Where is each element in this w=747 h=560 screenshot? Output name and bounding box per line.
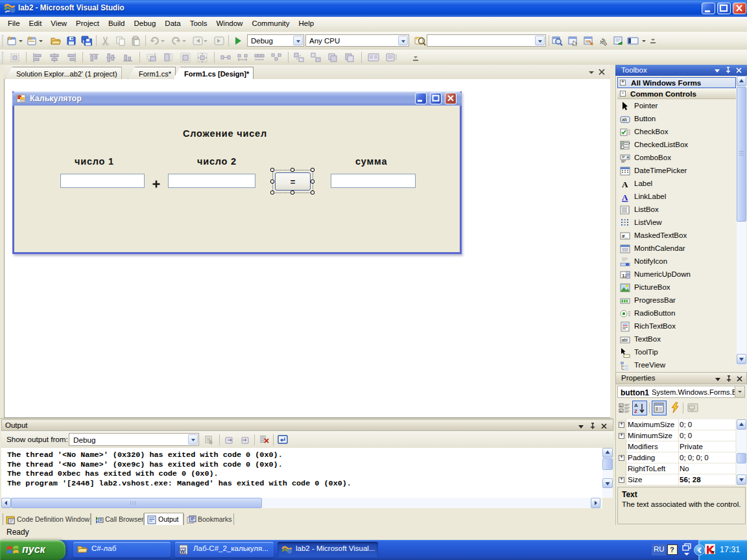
svg-text:abl: abl: [622, 338, 628, 342]
svg-text:ab: ab: [622, 117, 627, 122]
svg-text:A: A: [634, 402, 638, 408]
svg-text:Z: Z: [634, 408, 637, 414]
svg-text:+: +: [620, 409, 622, 413]
svg-text:#_: #_: [622, 233, 628, 239]
svg-text:+: +: [620, 404, 622, 408]
svg-text:W: W: [180, 548, 185, 554]
svg-text:A: A: [622, 180, 628, 189]
svg-text:A: A: [622, 192, 628, 202]
